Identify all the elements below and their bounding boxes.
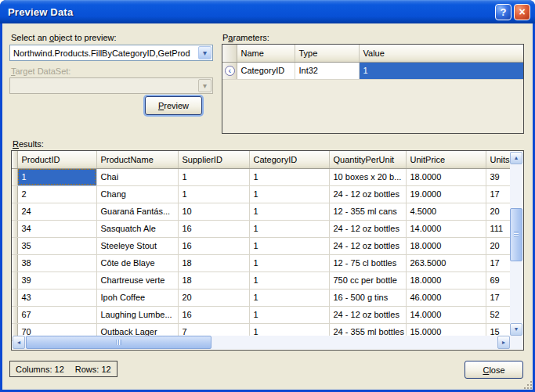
close-window-button[interactable]: × bbox=[514, 4, 530, 20]
parameter-row-header[interactable]: ‹ bbox=[222, 62, 237, 79]
table-cell[interactable]: 38 bbox=[17, 254, 96, 272]
table-cell[interactable]: Steeleye Stout bbox=[96, 237, 178, 254]
table-cell[interactable]: 18 bbox=[178, 272, 249, 289]
table-cell[interactable]: 20 bbox=[486, 237, 511, 254]
table-cell[interactable]: 10 boxes x 20 b... bbox=[329, 168, 406, 185]
scroll-left-button[interactable]: ◂ bbox=[13, 336, 25, 349]
table-cell[interactable]: 16 bbox=[178, 237, 249, 254]
row-header[interactable] bbox=[12, 237, 17, 254]
table-cell[interactable]: 18 bbox=[178, 254, 249, 272]
table-cell[interactable]: 39 bbox=[17, 272, 96, 289]
table-cell[interactable]: Guaraná Fantás... bbox=[96, 203, 178, 220]
table-cell[interactable]: Chartreuse verte bbox=[96, 272, 178, 289]
column-header-supplierid[interactable]: SupplierID bbox=[178, 151, 249, 168]
preview-button[interactable]: Preview bbox=[145, 96, 202, 115]
object-selector-combo[interactable]: Northwind.Products.FillByCategoryID,GetP… bbox=[9, 45, 213, 61]
vertical-scrollbar[interactable]: ▴ ▾ bbox=[510, 152, 522, 336]
row-header[interactable] bbox=[12, 272, 17, 289]
column-header-categoryid[interactable]: CategoryID bbox=[249, 151, 329, 168]
table-cell[interactable]: 1 bbox=[17, 168, 96, 185]
table-cell[interactable]: 24 - 12 oz bottles bbox=[329, 237, 406, 254]
results-corner-header[interactable] bbox=[12, 151, 17, 168]
table-cell[interactable]: 20 bbox=[486, 203, 511, 220]
table-cell[interactable]: 1 bbox=[249, 220, 329, 237]
resize-grip[interactable] bbox=[522, 379, 532, 389]
parameters-corner-header[interactable] bbox=[222, 45, 237, 62]
column-header-productname[interactable]: ProductName bbox=[96, 151, 178, 168]
table-cell[interactable]: 69 bbox=[486, 272, 511, 289]
column-header-unitprice[interactable]: UnitPrice bbox=[406, 151, 486, 168]
table-cell[interactable]: 35 bbox=[17, 237, 96, 254]
table-cell[interactable]: 111 bbox=[486, 220, 511, 237]
table-cell[interactable]: Ipoh Coffee bbox=[96, 289, 178, 306]
help-button[interactable]: ? bbox=[495, 4, 512, 20]
column-header-value[interactable]: Value bbox=[359, 45, 523, 62]
table-cell[interactable]: Laughing Lumbe... bbox=[96, 306, 178, 323]
table-cell[interactable]: 52 bbox=[486, 306, 511, 323]
row-header[interactable] bbox=[12, 254, 17, 272]
table-cell[interactable]: 750 cc per bottle bbox=[329, 272, 406, 289]
vertical-scroll-thumb[interactable] bbox=[510, 208, 522, 261]
table-cell[interactable]: 16 bbox=[178, 220, 249, 237]
table-cell[interactable]: 1 bbox=[249, 306, 329, 323]
table-cell[interactable]: 1 bbox=[249, 289, 329, 306]
table-cell[interactable]: 2 bbox=[17, 185, 96, 203]
table-cell[interactable]: 34 bbox=[17, 220, 96, 237]
table-cell[interactable]: 12 - 75 cl bottles bbox=[329, 254, 406, 272]
table-cell[interactable]: 17 bbox=[486, 289, 511, 306]
parameter-value-cell[interactable]: 1 bbox=[359, 62, 523, 79]
table-cell[interactable]: 46.0000 bbox=[406, 289, 486, 306]
object-selector-dropdown-button[interactable]: ▾ bbox=[198, 46, 211, 59]
scroll-right-button[interactable]: ▸ bbox=[497, 336, 510, 349]
column-header-quantityperunit[interactable]: QuantityPerUnit bbox=[329, 151, 406, 168]
table-cell[interactable]: 1 bbox=[249, 168, 329, 185]
title-bar[interactable]: Preview Data ? × bbox=[0, 0, 535, 23]
table-cell[interactable]: 4.5000 bbox=[406, 203, 486, 220]
column-header-name[interactable]: Name bbox=[237, 45, 295, 62]
table-cell[interactable]: 17 bbox=[486, 185, 511, 203]
row-header[interactable] bbox=[12, 306, 17, 323]
table-cell[interactable]: 1 bbox=[178, 168, 249, 185]
table-cell[interactable]: 1 bbox=[249, 272, 329, 289]
table-cell[interactable]: 39 bbox=[486, 168, 511, 185]
row-header[interactable] bbox=[12, 168, 17, 185]
horizontal-scrollbar[interactable]: ◂ ▸ bbox=[13, 336, 510, 349]
scroll-down-button[interactable]: ▾ bbox=[510, 323, 522, 336]
table-cell[interactable]: Côte de Blaye bbox=[96, 254, 178, 272]
parameter-name-cell[interactable]: CategoryID bbox=[237, 62, 295, 79]
table-cell[interactable]: 24 - 12 oz bottles bbox=[329, 306, 406, 323]
row-header[interactable] bbox=[12, 203, 17, 220]
scroll-up-button[interactable]: ▴ bbox=[510, 152, 522, 164]
row-header[interactable] bbox=[12, 289, 17, 306]
table-cell[interactable]: Chai bbox=[96, 168, 178, 185]
table-cell[interactable]: 18.0000 bbox=[406, 237, 486, 254]
column-header-unitsinstock[interactable]: UnitsI bbox=[486, 151, 511, 168]
row-header[interactable] bbox=[12, 185, 17, 203]
table-cell[interactable]: 24 bbox=[17, 203, 96, 220]
table-cell[interactable]: 16 bbox=[178, 306, 249, 323]
table-cell[interactable]: 18.0000 bbox=[406, 272, 486, 289]
table-cell[interactable]: 1 bbox=[249, 185, 329, 203]
table-cell[interactable]: 24 - 12 oz bottles bbox=[329, 220, 406, 237]
column-header-type[interactable]: Type bbox=[295, 45, 359, 62]
table-cell[interactable]: 1 bbox=[178, 185, 249, 203]
table-cell[interactable]: 24 - 12 oz bottles bbox=[329, 185, 406, 203]
row-header[interactable] bbox=[12, 220, 17, 237]
table-cell[interactable]: 1 bbox=[249, 237, 329, 254]
close-button[interactable]: Close bbox=[465, 361, 523, 379]
table-cell[interactable]: Chang bbox=[96, 185, 178, 203]
column-header-productid[interactable]: ProductID bbox=[17, 151, 96, 168]
table-cell[interactable]: 16 - 500 g tins bbox=[329, 289, 406, 306]
table-cell[interactable]: 1 bbox=[249, 254, 329, 272]
table-cell[interactable]: 18.0000 bbox=[406, 168, 486, 185]
table-cell[interactable]: 19.0000 bbox=[406, 185, 486, 203]
table-cell[interactable]: 17 bbox=[486, 254, 511, 272]
table-cell[interactable]: 1 bbox=[249, 203, 329, 220]
table-cell[interactable]: 43 bbox=[17, 289, 96, 306]
table-cell[interactable]: 14.0000 bbox=[406, 220, 486, 237]
parameter-type-cell[interactable]: Int32 bbox=[295, 62, 359, 79]
table-cell[interactable]: 263.5000 bbox=[406, 254, 486, 272]
table-cell[interactable]: 10 bbox=[178, 203, 249, 220]
horizontal-scroll-thumb[interactable] bbox=[26, 336, 211, 349]
table-cell[interactable]: Sasquatch Ale bbox=[96, 220, 178, 237]
